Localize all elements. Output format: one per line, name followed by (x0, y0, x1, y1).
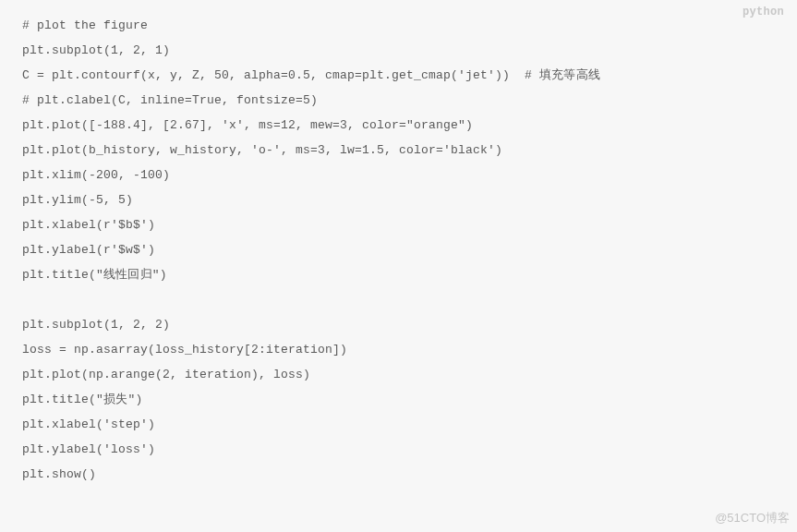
code-line: plt.subplot(1, 2, 2) (22, 312, 775, 337)
code-line: C = plt.contourf(x, y, Z, 50, alpha=0.5,… (22, 63, 775, 88)
code-line: plt.ylim(-5, 5) (22, 187, 775, 212)
code-line: plt.plot([-188.4], [2.67], 'x', ms=12, m… (22, 113, 775, 138)
code-line: plt.xlabel(r'$b$') (22, 212, 775, 237)
watermark-text: @51CTO博客 (715, 510, 790, 526)
code-line: plt.plot(b_history, w_history, 'o-', ms=… (22, 138, 775, 163)
code-block: python # plot the figureplt.subplot(1, 2… (0, 0, 797, 532)
code-content: # plot the figureplt.subplot(1, 2, 1)C =… (0, 7, 797, 492)
code-line: plt.xlim(-200, -100) (22, 163, 775, 187)
code-line: # plt.clabel(C, inline=True, fontsize=5) (22, 88, 775, 113)
code-line: plt.ylabel(r'$w$') (22, 237, 775, 262)
code-line: plt.ylabel('loss') (22, 437, 775, 462)
code-line (22, 287, 775, 312)
language-label: python (743, 6, 784, 18)
code-line: # plot the figure (22, 13, 775, 38)
code-line: plt.title("线性回归") (22, 262, 775, 287)
code-line: plt.subplot(1, 2, 1) (22, 38, 775, 63)
code-line: plt.xlabel('step') (22, 412, 775, 437)
code-line: loss = np.asarray(loss_history[2:iterati… (22, 337, 775, 362)
code-line: plt.plot(np.arange(2, iteration), loss) (22, 362, 775, 387)
code-line: plt.title("损失") (22, 387, 775, 412)
code-line: plt.show() (22, 462, 775, 487)
